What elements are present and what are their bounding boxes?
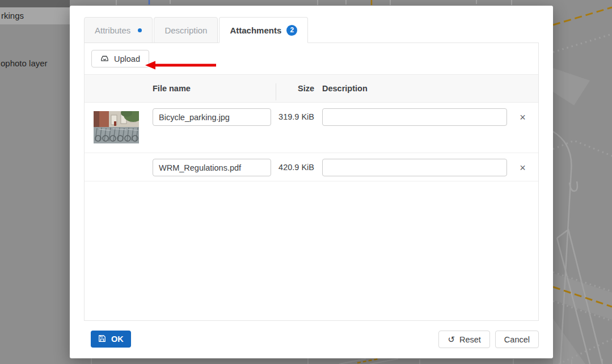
attachments-count-badge: 2 [286,25,297,36]
annotation-arrow [145,60,217,70]
sidebar-header-strip [0,0,70,7]
tab-attributes-label: Attributes [95,26,130,35]
attachments-panel: Upload File name Size Description [84,43,539,321]
file-size: 420.9 KiB [272,159,314,176]
save-icon [98,335,106,344]
ok-button[interactable]: OK [91,331,131,348]
cancel-button[interactable]: Cancel [495,331,539,348]
remove-attachment-button[interactable]: × [516,110,530,125]
file-size: 319.9 KiB [272,108,314,126]
description-input[interactable] [322,159,507,176]
tab-description-label: Description [164,26,207,35]
screen: rkings ophoto layer Attributes Descripti… [0,0,612,364]
remove-cell: × [507,159,538,175]
remove-cell: × [507,108,538,125]
cancel-button-label: Cancel [504,335,530,344]
attachments-dialog: Attributes Description Attachments 2 [70,6,553,358]
remove-attachment-button[interactable]: × [516,160,530,175]
upload-button[interactable]: Upload [91,50,149,67]
description-cell [314,159,507,176]
tab-bar: Attributes Description Attachments 2 [84,17,309,43]
attachments-table-header: File name Size Description [85,74,538,103]
restore-icon: ↺ [448,335,455,344]
footer-spacer [131,331,439,358]
file-name-cell [153,108,272,126]
reset-button[interactable]: ↺ Reset [438,331,489,348]
tab-attributes[interactable]: Attributes [84,17,153,43]
layer-item-label: rkings [1,11,24,20]
empty-table-space [85,181,538,320]
tab-description[interactable]: Description [154,17,218,43]
tab-attachments-label: Attachments [230,26,281,35]
upload-button-label: Upload [114,54,140,64]
unsaved-changes-dot [138,28,142,32]
description-cell [314,108,507,126]
file-name-input[interactable] [153,108,271,126]
header-size: Size [272,84,314,93]
file-name-input[interactable] [153,159,271,176]
file-name-cell [153,159,272,176]
upload-icon [100,54,109,64]
header-file-name: File name [153,84,272,93]
attachment-thumbnail [85,108,153,143]
table-row: 420.9 KiB × [85,153,538,181]
dialog-footer: OK ↺ Reset Cancel [84,321,539,358]
description-input[interactable] [322,108,507,126]
tab-attachments[interactable]: Attachments 2 [219,17,308,43]
header-description: Description [314,84,507,93]
reset-button-label: Reset [459,335,481,344]
layer-item-selected: rkings [0,7,70,24]
ok-button-label: OK [111,335,124,344]
layer-item-orthophoto: ophoto layer [1,58,48,68]
table-row: 319.9 KiB × [85,103,538,153]
